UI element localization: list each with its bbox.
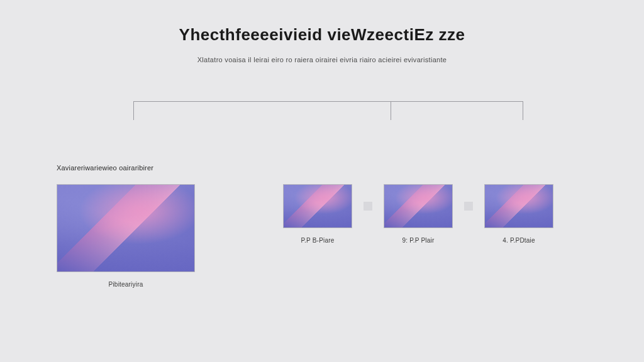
bracket-diagram (133, 101, 523, 139)
thumbnail-card-large: Pibiteariyira (57, 184, 195, 288)
page-title: Yhecthfeeeeivieid vieWzeectiEz zze (57, 25, 587, 45)
thumbnail-card-small-1: 9: P.P Plair (384, 184, 453, 244)
thumbnail-caption: 4. P.PDtaie (502, 237, 535, 244)
thumbnail-card-small-0: P.P B-Piare (283, 184, 352, 244)
thumbnail-large[interactable] (57, 184, 195, 272)
thumbnail-small[interactable] (484, 184, 553, 228)
thumbnail-caption: Pibiteariyira (109, 281, 143, 288)
connector-icon (364, 202, 372, 211)
thumbnail-small[interactable] (384, 184, 453, 228)
thumbnail-small[interactable] (283, 184, 352, 228)
thumbnail-caption: 9: P.P Plair (402, 237, 435, 244)
page-subtitle: Xlatatro voaisa il leirai eiro ro raiera… (57, 56, 587, 63)
section-label: Xaviareriwariewieo oairaribirer (57, 164, 587, 172)
thumbnail-caption: P.P B-Piare (301, 237, 335, 244)
thumbnail-card-small-2: 4. P.PDtaie (484, 184, 553, 244)
thumbnail-row: Pibiteariyira P.P B-Piare 9: P.P Plair 4… (57, 184, 587, 288)
connector-icon (464, 202, 473, 211)
